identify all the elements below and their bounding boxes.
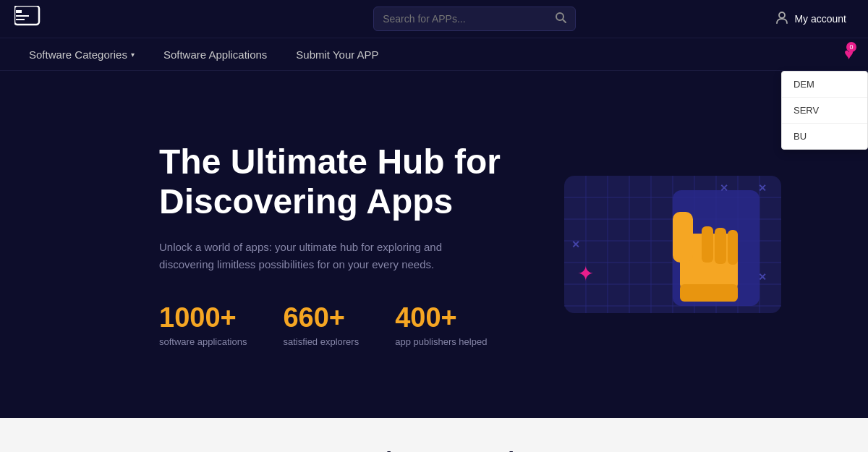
stat-applications-label: software applications (159, 336, 247, 347)
svg-rect-25 (680, 284, 738, 302)
stat-publishers-number: 400+ (395, 302, 487, 333)
search-area (174, 7, 775, 31)
stat-explorers-label: satisfied explorers (283, 336, 359, 347)
dropdown-item-2[interactable]: SERV (782, 98, 867, 124)
svg-text:✕: ✕ (720, 182, 728, 194)
logo-icon (14, 6, 41, 33)
svg-rect-24 (728, 230, 738, 265)
svg-text:✕: ✕ (758, 182, 767, 194)
chevron-down-icon: ▾ (131, 51, 135, 59)
nav-applications-label: Software Applications (163, 48, 267, 61)
account-label: My account (794, 13, 846, 25)
stat-applications-number: 1000+ (159, 302, 247, 333)
search-input[interactable] (383, 13, 555, 25)
hero-content: The Ultimate Hub for Discovering Apps Un… (159, 142, 550, 347)
dropdown-menu: DEM SERV BU (781, 71, 868, 150)
search-bar (373, 7, 576, 31)
favorites-button[interactable]: ♥ 0 (844, 45, 854, 64)
nav-bar: Software Categories ▾ Software Applicati… (0, 38, 868, 71)
svg-text:✕: ✕ (758, 271, 767, 283)
account-area[interactable]: My account (775, 11, 846, 27)
nav-categories-label: Software Categories (29, 48, 127, 61)
stat-applications: 1000+ software applications (159, 302, 247, 347)
hero-image: ✦ ✕ ✕ ✕ ✕ (550, 169, 796, 320)
stat-explorers-number: 660+ (283, 302, 359, 333)
stat-publishers-label: app publishers helped (395, 336, 487, 347)
svg-rect-22 (702, 226, 713, 263)
popular-title: Popular Categories (14, 447, 854, 452)
nav-right: ♥ 0 (844, 45, 854, 64)
svg-point-2 (779, 12, 785, 18)
svg-text:✦: ✦ (577, 263, 594, 285)
stat-publishers: 400+ app publishers helped (395, 302, 487, 347)
popular-section: Popular Categories (0, 418, 868, 452)
logo-area (14, 6, 174, 33)
hero-subtitle: Unlock a world of apps: your ultimate hu… (159, 239, 463, 273)
svg-rect-21 (673, 212, 693, 263)
hero-section: The Ultimate Hub for Discovering Apps Un… (0, 71, 868, 418)
dropdown-item-3[interactable]: BU (782, 124, 867, 149)
hero-title: The Ultimate Hub for Discovering Apps (159, 142, 550, 221)
stat-explorers: 660+ satisfied explorers (283, 302, 359, 347)
svg-rect-23 (715, 228, 726, 264)
search-button[interactable] (555, 12, 566, 26)
nav-item-categories[interactable]: Software Categories ▾ (14, 38, 149, 71)
hero-illustration: ✦ ✕ ✕ ✕ ✕ (557, 169, 788, 320)
nav-submit-label: Submit Your APP (296, 48, 378, 61)
nav-item-applications[interactable]: Software Applications (149, 38, 281, 71)
stats-row: 1000+ software applications 660+ satisfi… (159, 302, 550, 347)
heart-badge: 0 (846, 42, 856, 52)
nav-item-submit[interactable]: Submit Your APP (281, 38, 393, 71)
dropdown-item-1[interactable]: DEM (782, 72, 867, 98)
user-icon (775, 11, 788, 27)
top-bar: My account (0, 0, 868, 38)
svg-text:✕: ✕ (571, 239, 580, 250)
